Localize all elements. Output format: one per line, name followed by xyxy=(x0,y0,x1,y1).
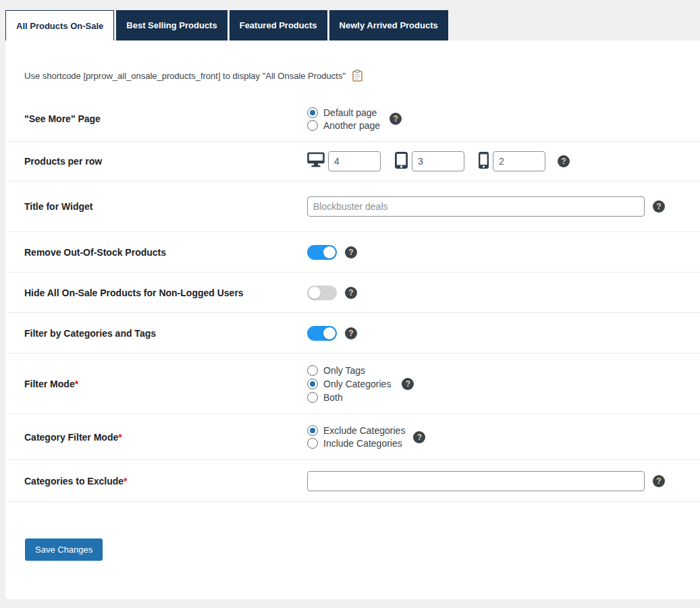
row-label-filter-mode: Filter Mode* xyxy=(24,379,307,389)
filter-by-categories-tags-toggle[interactable] xyxy=(307,326,337,341)
row-products-per-row: Products per row xyxy=(5,142,700,182)
radio-button[interactable] xyxy=(307,392,318,403)
shortcode-note: Use shortcode [prprow_all_onsale_product… xyxy=(5,40,700,82)
copy-clipboard-icon[interactable] xyxy=(352,70,362,82)
help-icon[interactable]: ? xyxy=(345,327,357,339)
tab-label: All Products On-Sale xyxy=(16,21,103,31)
tab-newly-arrived-products[interactable]: Newly Arrived Products xyxy=(329,10,448,40)
radio-another-page[interactable]: Another page xyxy=(307,120,380,131)
help-icon[interactable]: ? xyxy=(653,475,665,487)
tab-best-selling-products[interactable]: Best Selling Products xyxy=(116,10,227,40)
categories-to-exclude-input[interactable] xyxy=(307,471,645,491)
toggle-knob xyxy=(308,287,321,299)
row-filter-by-categories-tags: Filter by Categories and Tags ? xyxy=(5,313,700,354)
desktop-icon xyxy=(307,152,325,171)
tab-label: Best Selling Products xyxy=(126,20,217,30)
radio-only-categories[interactable]: Only Categories ? xyxy=(307,378,414,390)
help-icon[interactable]: ? xyxy=(389,113,402,125)
remove-out-of-stock-toggle[interactable] xyxy=(307,245,337,260)
products-per-row-tablet-input[interactable] xyxy=(412,151,464,171)
row-label-title-for-widget: Title for Widget xyxy=(24,201,307,212)
row-label-hide-non-logged-users: Hide All On-Sale Products for Non-Logged… xyxy=(24,287,307,298)
tab-panel-all-products-on-sale: Use shortcode [prprow_all_onsale_product… xyxy=(5,40,700,599)
radio-label: Only Tags xyxy=(323,365,365,376)
row-see-more-page: "See More" Page Default page Another pag… xyxy=(5,96,700,142)
radio-label: Only Categories xyxy=(323,379,391,389)
row-label-filter-by-categories-tags: Filter by Categories and Tags xyxy=(24,328,307,339)
radio-both[interactable]: Both xyxy=(307,392,414,403)
save-changes-button[interactable]: Save Changes xyxy=(25,538,103,561)
filter-mode-radio-group: Only Tags Only Categories ? Both xyxy=(307,365,414,403)
radio-button[interactable] xyxy=(307,365,318,376)
shortcode-text: Use shortcode [prprow_all_onsale_product… xyxy=(24,71,346,81)
row-remove-out-of-stock: Remove Out-Of-Stock Products ? xyxy=(5,232,700,273)
phone-icon xyxy=(478,151,489,172)
radio-button[interactable] xyxy=(307,120,318,131)
row-category-filter-mode: Category Filter Mode* Exclude Categories… xyxy=(5,414,700,460)
products-per-row-desktop-group xyxy=(307,151,381,171)
radio-only-tags[interactable]: Only Tags xyxy=(307,365,414,376)
required-asterisk: * xyxy=(75,379,78,389)
tab-label: Newly Arrived Products xyxy=(340,20,438,30)
toggle-knob xyxy=(323,246,335,258)
row-label-remove-out-of-stock: Remove Out-Of-Stock Products xyxy=(24,247,307,258)
settings-page: All Products On-Sale Best Selling Produc… xyxy=(0,0,700,599)
radio-label: Another page xyxy=(323,120,380,131)
help-icon[interactable]: ? xyxy=(402,378,414,390)
see-more-page-radio-group: Default page Another page xyxy=(307,107,380,131)
products-per-row-tablet-group xyxy=(394,151,464,172)
tab-bar: All Products On-Sale Best Selling Produc… xyxy=(5,10,700,40)
required-asterisk: * xyxy=(118,432,122,443)
radio-label: Include Categories xyxy=(323,438,402,449)
category-filter-mode-radio-group: Exclude Categories Include Categories xyxy=(307,425,405,449)
tablet-icon xyxy=(394,151,408,172)
products-per-row-mobile-group xyxy=(478,151,545,172)
help-icon[interactable]: ? xyxy=(345,287,357,299)
radio-button[interactable] xyxy=(307,438,318,449)
radio-button[interactable] xyxy=(307,107,318,118)
help-icon[interactable]: ? xyxy=(653,200,665,213)
radio-button[interactable] xyxy=(307,425,318,436)
help-icon[interactable]: ? xyxy=(413,431,425,443)
radio-label: Exclude Categories xyxy=(323,425,405,436)
products-per-row-mobile-input[interactable] xyxy=(493,151,545,171)
radio-exclude-categories[interactable]: Exclude Categories xyxy=(307,425,405,436)
row-label-products-per-row: Products per row xyxy=(24,156,307,167)
radio-label: Default page xyxy=(323,107,377,118)
tab-label: Featured Products xyxy=(240,20,317,30)
row-label-see-more-page: "See More" Page xyxy=(24,113,307,124)
hide-non-logged-users-toggle[interactable] xyxy=(307,285,337,300)
row-title-for-widget: Title for Widget ? xyxy=(5,182,700,232)
row-label-category-filter-mode: Category Filter Mode* xyxy=(24,432,307,443)
row-hide-non-logged-users: Hide All On-Sale Products for Non-Logged… xyxy=(5,273,700,313)
row-label-categories-to-exclude: Categories to Exclude* xyxy=(24,476,307,487)
tab-all-products-on-sale[interactable]: All Products On-Sale xyxy=(5,10,114,40)
row-filter-mode: Filter Mode* Only Tags Only Categories ? xyxy=(5,354,700,414)
help-icon[interactable]: ? xyxy=(558,155,570,167)
toggle-knob xyxy=(323,327,335,339)
radio-default-page[interactable]: Default page xyxy=(307,107,380,118)
radio-include-categories[interactable]: Include Categories xyxy=(307,438,405,449)
save-area: Save Changes xyxy=(5,502,700,561)
tab-featured-products[interactable]: Featured Products xyxy=(230,10,327,40)
help-icon[interactable]: ? xyxy=(345,246,357,258)
products-per-row-desktop-input[interactable] xyxy=(328,151,381,171)
row-categories-to-exclude: Categories to Exclude* ? xyxy=(5,460,700,502)
widget-title-input[interactable] xyxy=(307,196,645,217)
required-asterisk: * xyxy=(124,476,127,487)
radio-label: Both xyxy=(323,392,343,403)
radio-button[interactable] xyxy=(307,379,318,389)
